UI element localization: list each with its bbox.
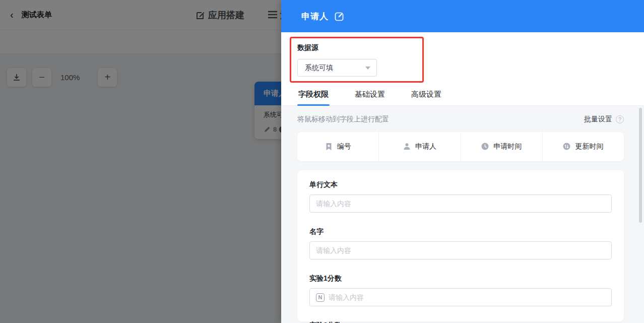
field-single-line-text: 单行文本 xyxy=(309,180,612,213)
tab-advanced-settings[interactable]: 高级设置 xyxy=(410,85,442,105)
hint-text: 将鼠标移动到字段上进行配置 xyxy=(297,115,389,124)
system-fields-bar: 编号 申请人 申请时间 xyxy=(297,132,624,161)
hint-row: 将鼠标移动到字段上进行配置 批量设置 ? xyxy=(297,106,624,124)
field-label: 单行文本 xyxy=(309,180,612,189)
badge-icon xyxy=(325,143,333,151)
name-input[interactable] xyxy=(316,246,605,254)
field-label: 实验1分数 xyxy=(309,274,612,283)
chevron-down-icon xyxy=(365,67,370,70)
panel-tabs: 字段权限 基础设置 高级设置 xyxy=(281,85,644,106)
number-icon: N xyxy=(316,293,325,302)
single-line-text-input[interactable] xyxy=(316,200,605,208)
workspace-region: ‹ 测试表单 应用搭建 流 付费试用版还有 1432 天 xyxy=(0,0,281,323)
system-field-apply-time[interactable]: 申请时间 xyxy=(461,132,542,161)
datasource-section: 数据源 系统可填 xyxy=(281,32,644,77)
app-window: ‹ 测试表单 应用搭建 流 付费试用版还有 1432 天 xyxy=(0,0,644,323)
field-name: 名字 xyxy=(309,227,612,260)
field-exp2-score: 实验2分数 xyxy=(309,321,612,323)
update-icon xyxy=(563,143,571,151)
system-field-update-time[interactable]: 更新时间 xyxy=(542,132,624,161)
batch-settings-link[interactable]: 批量设置 xyxy=(584,115,612,124)
panel-title: 申请人 xyxy=(301,11,329,22)
edit-title-icon[interactable] xyxy=(335,11,345,21)
system-field-label: 编号 xyxy=(337,142,351,151)
form-fields-card: 单行文本 名字 实验1分数 N xyxy=(297,170,624,321)
system-field-label: 申请人 xyxy=(415,142,436,151)
modal-dim-overlay xyxy=(0,0,281,323)
tab-basic-settings[interactable]: 基础设置 xyxy=(354,85,386,105)
datasource-select[interactable]: 系统可填 xyxy=(297,59,377,77)
field-config-panel: 申请人 数据源 系统可填 字段权限 基础设置 高级设置 将鼠标移动到字段上进行配… xyxy=(281,0,644,323)
batch-settings: 批量设置 ? xyxy=(584,115,624,124)
user-icon xyxy=(403,143,411,151)
text-input-wrapper xyxy=(309,241,612,260)
panel-header: 申请人 xyxy=(281,0,644,32)
datasource-value: 系统可填 xyxy=(305,63,333,73)
clock-icon xyxy=(481,143,489,151)
help-icon[interactable]: ? xyxy=(616,115,624,123)
exp1-score-input[interactable] xyxy=(329,293,605,301)
system-field-label: 更新时间 xyxy=(575,142,603,151)
system-field-number[interactable]: 编号 xyxy=(297,132,378,161)
system-field-label: 申请时间 xyxy=(493,142,522,151)
panel-scrollbar-thumb[interactable] xyxy=(639,108,642,223)
field-label: 实验2分数 xyxy=(309,321,612,323)
panel-body: 将鼠标移动到字段上进行配置 批量设置 ? 编号 申请人 xyxy=(281,106,644,323)
text-input-wrapper xyxy=(309,195,612,213)
system-field-applicant[interactable]: 申请人 xyxy=(378,132,460,161)
field-exp1-score: 实验1分数 N xyxy=(309,274,612,306)
field-label: 名字 xyxy=(309,227,612,236)
datasource-label: 数据源 xyxy=(297,43,644,52)
number-input-wrapper: N xyxy=(309,288,612,306)
tab-field-permission[interactable]: 字段权限 xyxy=(297,85,330,105)
